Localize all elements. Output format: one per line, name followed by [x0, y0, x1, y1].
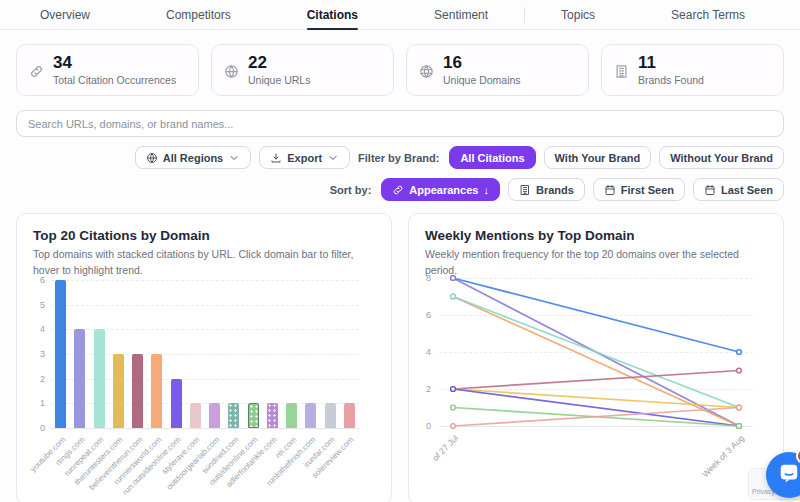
stat-card-total-citation-occurrences: 34Total Citation Occurrences — [16, 44, 199, 96]
bar-runrepeat-com[interactable] — [94, 329, 105, 428]
brand-filter-with-your-brand[interactable]: With Your Brand — [544, 146, 652, 169]
link-icon — [29, 64, 44, 79]
citations-by-domain-card: Top 20 Citations by Domain Top domains w… — [16, 213, 392, 502]
stat-label: Total Citation Occurrences — [53, 74, 176, 86]
brand-filter-without-your-brand[interactable]: Without Your Brand — [659, 146, 784, 169]
export-button[interactable]: Export — [259, 146, 350, 169]
tab-competitors[interactable]: Competitors — [166, 0, 231, 30]
bar-outsideonline-com[interactable] — [248, 403, 259, 428]
stat-value: 11 — [638, 54, 704, 73]
globe-icon — [224, 64, 239, 79]
line-point-teal — [451, 294, 456, 299]
bar-rei-com[interactable] — [286, 403, 297, 428]
line-x-axis — [439, 426, 753, 427]
bar-stylerave-com[interactable] — [190, 403, 201, 428]
stat-label: Brands Found — [638, 74, 704, 86]
arrow-down-icon: ↓ — [483, 184, 489, 196]
bar-adlerfootankle-com[interactable] — [267, 403, 278, 428]
search-bar-wrap — [16, 110, 784, 137]
bar-believeintherun-com[interactable] — [132, 354, 143, 428]
line-xlabel-1: Week of 3 Aug — [661, 433, 746, 502]
stat-text: 16Unique Domains — [443, 54, 521, 86]
brand-filter-label: All Citations — [460, 152, 524, 164]
sort-label: Brands — [536, 184, 574, 196]
link-icon — [392, 184, 404, 196]
line-xlabel-0: of 27 Jul — [408, 433, 460, 502]
building-icon — [519, 184, 531, 196]
chevron-down-icon — [228, 152, 240, 164]
stat-value: 34 — [53, 54, 176, 73]
line-chart-subtitle: Weekly mention frequency for the top 20 … — [425, 247, 755, 279]
bar-ytick: 6 — [29, 275, 45, 285]
line-ytick: 4 — [415, 347, 431, 357]
sort-brands[interactable]: Brands — [508, 178, 585, 201]
bar-runtothefinish-com[interactable] — [305, 403, 316, 428]
globe-icon — [146, 152, 158, 164]
sort-toolbar: Sort by: Appearances↓BrandsFirst SeenLas… — [16, 178, 784, 201]
bar-solereview-com[interactable] — [344, 403, 355, 428]
bar-outdoorgearlab-com[interactable] — [209, 403, 220, 428]
bar-gridline — [51, 305, 359, 306]
brand-filter-all-citations[interactable]: All Citations — [449, 146, 535, 169]
tab-topics[interactable]: Topics — [561, 0, 595, 30]
brand-filter-label: With Your Brand — [555, 152, 641, 164]
line-series-salmon — [453, 408, 739, 427]
line-gridline — [439, 352, 753, 353]
tab-overview[interactable]: Overview — [40, 0, 90, 30]
stat-card-unique-urls: 22Unique URLs — [211, 44, 394, 96]
bar-rtings-com[interactable] — [74, 329, 85, 428]
bar-irunfar-com[interactable] — [325, 403, 336, 428]
line-ytick: 6 — [415, 310, 431, 320]
line-series-gold — [453, 389, 739, 408]
stat-label: Unique Domains — [443, 74, 521, 86]
sort-first-seen[interactable]: First Seen — [593, 178, 685, 201]
sort-appearances[interactable]: Appearances↓ — [381, 178, 500, 201]
line-point-salmon — [737, 405, 742, 410]
bar-ytick: 1 — [29, 398, 45, 408]
chat-icon — [778, 462, 800, 488]
line-point-green — [451, 405, 456, 410]
bar-ytick: 2 — [29, 374, 45, 384]
tab-divider — [524, 7, 525, 23]
line-point-teal — [737, 405, 742, 410]
stat-card-brands-found: 11Brands Found — [601, 44, 784, 96]
tab-search-terms[interactable]: Search Terms — [671, 0, 745, 30]
search-input[interactable] — [16, 110, 784, 137]
line-point-rose — [737, 368, 742, 373]
sort-by-label: Sort by: — [330, 184, 372, 196]
stat-value: 22 — [248, 54, 310, 73]
bar-run-outsideonline-com[interactable] — [171, 379, 182, 428]
line-series-indigo — [453, 389, 739, 426]
stat-label: Unique URLs — [248, 74, 310, 86]
weekly-mentions-card: Weekly Mentions by Top Domain Weekly men… — [408, 213, 784, 502]
world-icon — [419, 64, 434, 79]
brand-filter-group: All CitationsWith Your BrandWithout Your… — [449, 146, 784, 169]
line-ytick: 2 — [415, 384, 431, 394]
line-point-orange — [451, 294, 456, 299]
sort-label: Last Seen — [721, 184, 773, 196]
line-gridline — [439, 315, 753, 316]
bar-ytick: 3 — [29, 349, 45, 359]
bar-runnersworld-com[interactable] — [151, 354, 162, 428]
bar-ytick: 5 — [29, 300, 45, 310]
bar-youtube-com[interactable] — [55, 280, 66, 428]
all-regions-label: All Regions — [163, 152, 224, 164]
line-chart-title: Weekly Mentions by Top Domain — [425, 228, 767, 243]
sort-last-seen[interactable]: Last Seen — [693, 178, 784, 201]
sort-label: First Seen — [621, 184, 674, 196]
tab-citations[interactable]: Citations — [307, 0, 358, 30]
bar-sundried-com[interactable] — [228, 403, 239, 428]
sort-label: Appearances — [409, 184, 478, 196]
all-regions-button[interactable]: All Regions — [135, 146, 252, 169]
line-series-green — [453, 408, 739, 427]
bar-ytick: 4 — [29, 324, 45, 334]
filter-by-brand-label: Filter by Brand: — [358, 152, 439, 164]
calendar-icon — [704, 184, 716, 196]
filter-toolbar: All Regions Export Filter by Brand: All … — [16, 146, 784, 169]
bar-theruntesters-com[interactable] — [113, 354, 124, 428]
brand-filter-label: Without Your Brand — [670, 152, 773, 164]
stat-value: 16 — [443, 54, 521, 73]
tab-sentiment[interactable]: Sentiment — [434, 0, 488, 30]
export-label: Export — [287, 152, 322, 164]
stat-card-unique-domains: 16Unique Domains — [406, 44, 589, 96]
